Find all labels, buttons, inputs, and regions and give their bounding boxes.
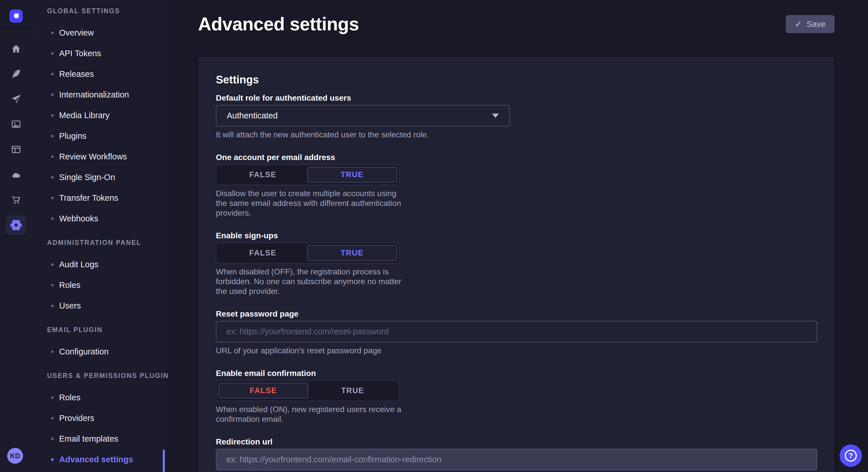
- avatar[interactable]: KD: [7, 448, 23, 464]
- sidebar-item-providers[interactable]: Providers: [32, 408, 165, 429]
- field-hint: It will attach the new authenticated use…: [216, 130, 817, 140]
- help-button[interactable]: ?: [840, 444, 862, 467]
- scrollbar-thumb[interactable]: [163, 450, 165, 472]
- field-enable-sign-ups: Enable sign-ups FALSE TRUE When disabled…: [216, 231, 817, 296]
- bullet-icon: [51, 458, 54, 461]
- nav-rail: KD: [0, 0, 32, 472]
- bullet-icon: [51, 156, 54, 158]
- sidebar-item-label: Webhooks: [59, 214, 98, 224]
- redirection-url-input[interactable]: [216, 449, 817, 470]
- section-email-plugin: Configuration: [32, 341, 165, 362]
- sidebar-item-label: Email templates: [59, 434, 118, 444]
- bullet-icon: [51, 135, 54, 137]
- strapi-logo[interactable]: [9, 9, 23, 23]
- sidebar-item-label: Providers: [59, 413, 94, 423]
- reset-password-page-input[interactable]: [216, 321, 817, 342]
- home-icon[interactable]: [6, 39, 26, 59]
- toggle-option-false[interactable]: FALSE: [218, 167, 307, 183]
- bullet-icon: [51, 52, 54, 55]
- toggle-option-false[interactable]: FALSE: [218, 383, 308, 399]
- sidebar-item-plugins[interactable]: Plugins: [32, 126, 165, 146]
- sidebar-item-label: Advanced settings: [59, 455, 133, 464]
- sidebar-item-label: Releases: [59, 69, 94, 79]
- sidebar-item-label: Roles: [59, 280, 81, 290]
- field-hint: Disallow the user to create multiple acc…: [216, 189, 408, 218]
- sidebar-item-label: Configuration: [59, 347, 109, 357]
- field-enable-email-confirmation: Enable email confirmation FALSE TRUE Whe…: [216, 369, 817, 424]
- toggle-option-true[interactable]: TRUE: [308, 383, 397, 399]
- sidebar-item-media-library[interactable]: Media Library: [32, 105, 165, 126]
- bullet-icon: [51, 305, 54, 307]
- sidebar-item-label: Transfer Tokens: [59, 193, 118, 203]
- bullet-icon: [51, 284, 54, 286]
- cloud-icon[interactable]: [6, 164, 26, 185]
- field-label: Reset password page: [216, 309, 817, 318]
- select-value: Authenticated: [227, 111, 278, 121]
- bullet-icon: [51, 396, 54, 399]
- field-label: Enable sign-ups: [216, 231, 817, 240]
- sidebar-item-label: Roles: [59, 393, 81, 402]
- enable-sign-ups-toggle: FALSE TRUE: [216, 243, 400, 264]
- sidebar-item-internationalization[interactable]: Internationalization: [32, 84, 165, 105]
- bullet-icon: [51, 217, 54, 220]
- field-label: Redirection url: [216, 437, 817, 446]
- sidebar-item-admin-roles[interactable]: Roles: [32, 275, 165, 295]
- field-redirection-url: Redirection url: [216, 437, 817, 470]
- sidebar-item-label: Overview: [59, 28, 94, 38]
- sidebar-item-label: Plugins: [59, 131, 86, 141]
- email-confirmation-toggle: FALSE TRUE: [216, 380, 400, 401]
- field-label: One account per email address: [216, 153, 817, 162]
- cart-icon[interactable]: [6, 189, 26, 210]
- sidebar-item-admin-users[interactable]: Users: [32, 295, 165, 316]
- sidebar-item-up-roles[interactable]: Roles: [32, 387, 165, 408]
- settings-card: Settings Default role for authenticated …: [198, 57, 834, 472]
- strapi-logo-icon: [12, 12, 20, 20]
- sidebar-item-email-configuration[interactable]: Configuration: [32, 341, 165, 362]
- field-one-account-per-email: One account per email address FALSE TRUE…: [216, 153, 817, 218]
- sidebar-item-label: Single Sign-On: [59, 173, 115, 182]
- help-icon: ?: [845, 450, 857, 462]
- sidebar-item-api-tokens[interactable]: API Tokens: [32, 43, 165, 64]
- default-role-select[interactable]: Authenticated: [216, 105, 510, 127]
- bullet-icon: [51, 176, 54, 179]
- section-title-email-plugin: Email Plugin: [32, 326, 165, 333]
- sidebar-item-audit-logs[interactable]: Audit Logs: [32, 254, 165, 275]
- bullet-icon: [51, 438, 54, 440]
- field-label: Enable email confirmation: [216, 369, 817, 378]
- sidebar-item-email-templates[interactable]: Email templates: [32, 429, 165, 449]
- sidebar-item-overview[interactable]: Overview: [32, 22, 165, 43]
- bullet-icon: [51, 197, 54, 199]
- sidebar-item-label: Media Library: [59, 111, 110, 120]
- field-label: Default role for authenticated users: [216, 94, 817, 103]
- section-title-administration-panel: Administration Panel: [32, 239, 165, 246]
- toggle-option-true[interactable]: TRUE: [307, 245, 397, 261]
- settings-gear-icon[interactable]: [6, 215, 26, 235]
- sidebar-item-review-workflows[interactable]: Review Workflows: [32, 146, 165, 167]
- sidebar-item-single-sign-on[interactable]: Single Sign-On: [32, 167, 165, 188]
- save-button[interactable]: ✓ Save: [786, 15, 834, 33]
- one-account-toggle: FALSE TRUE: [216, 164, 400, 185]
- sidebar-item-label: Audit Logs: [59, 260, 98, 269]
- toggle-option-true[interactable]: TRUE: [307, 167, 397, 183]
- field-hint: URL of your application's reset password…: [216, 346, 817, 356]
- main-content: Advanced settings ✓ Save Settings Defaul…: [166, 0, 868, 472]
- sidebar-item-label: Internationalization: [59, 90, 129, 100]
- sidebar-item-label: Review Workflows: [59, 152, 127, 162]
- bullet-icon: [51, 417, 54, 419]
- toggle-option-false[interactable]: FALSE: [218, 245, 307, 261]
- sidebar-item-releases[interactable]: Releases: [32, 64, 165, 84]
- check-icon: ✓: [795, 20, 802, 28]
- paper-plane-icon[interactable]: [6, 88, 26, 109]
- sidebar-item-advanced-settings[interactable]: Advanced settings: [32, 449, 165, 470]
- section-global-settings: Overview API Tokens Releases Internation…: [32, 22, 165, 229]
- bullet-icon: [51, 73, 54, 75]
- sidebar-item-webhooks[interactable]: Webhooks: [32, 208, 165, 229]
- bullet-icon: [51, 94, 54, 96]
- feather-icon[interactable]: [6, 64, 26, 84]
- media-library-icon[interactable]: [6, 114, 26, 134]
- layout-icon[interactable]: [6, 139, 26, 160]
- bullet-icon: [51, 350, 54, 353]
- section-title-users-permissions-plugin: Users & Permissions plugin: [32, 372, 165, 379]
- sidebar-item-transfer-tokens[interactable]: Transfer Tokens: [32, 188, 165, 208]
- card-title: Settings: [216, 73, 817, 87]
